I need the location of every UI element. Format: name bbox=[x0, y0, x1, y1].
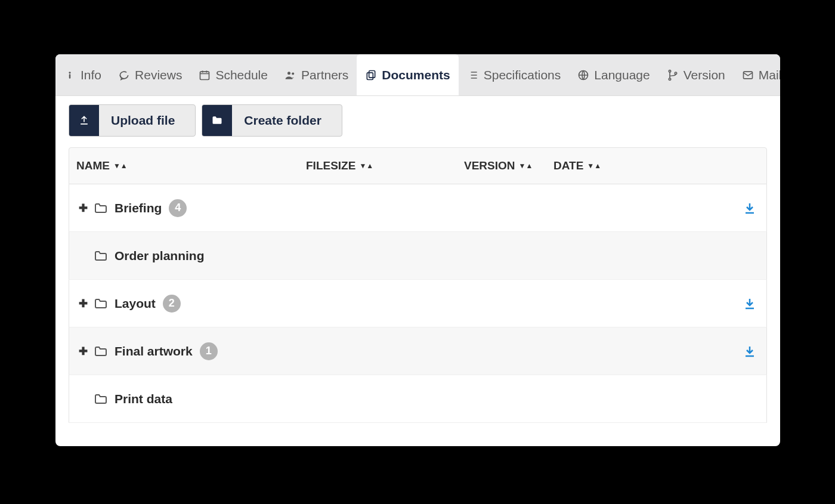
sort-arrows-icon: ▼▲ bbox=[587, 162, 601, 170]
documents-panel: Info Reviews Schedule Partners Documents… bbox=[55, 54, 780, 446]
calendar-icon bbox=[199, 69, 211, 81]
tab-label: Mails bbox=[759, 68, 780, 82]
list-icon bbox=[467, 69, 479, 81]
folder-name: Order planning bbox=[115, 249, 205, 263]
expand-icon[interactable]: ✚ bbox=[76, 345, 89, 358]
column-label: FILESIZE bbox=[306, 159, 355, 172]
tab-label: Documents bbox=[382, 68, 450, 82]
tab-specifications[interactable]: Specifications bbox=[459, 54, 570, 95]
tab-bar: Info Reviews Schedule Partners Documents… bbox=[55, 54, 780, 96]
toolbar: Upload file Create folder bbox=[55, 96, 780, 147]
download-button[interactable] bbox=[743, 296, 759, 311]
svg-rect-5 bbox=[369, 70, 375, 78]
folder-icon bbox=[92, 296, 110, 311]
mail-icon bbox=[742, 69, 754, 81]
sort-arrows-icon: ▼▲ bbox=[359, 162, 373, 170]
download-button[interactable] bbox=[743, 201, 759, 215]
copy-icon bbox=[365, 69, 377, 81]
sort-arrows-icon: ▼▲ bbox=[519, 162, 533, 170]
svg-rect-6 bbox=[367, 72, 373, 79]
create-folder-label: Create folder bbox=[232, 105, 342, 136]
upload-file-button[interactable]: Upload file bbox=[69, 104, 196, 137]
tab-documents[interactable]: Documents bbox=[357, 54, 458, 95]
expand-icon[interactable]: ✚ bbox=[76, 202, 89, 215]
svg-point-10 bbox=[675, 72, 676, 74]
svg-rect-2 bbox=[200, 72, 209, 79]
folder-name: Print data bbox=[115, 392, 172, 406]
tab-label: Reviews bbox=[135, 68, 182, 82]
tab-label: Info bbox=[81, 68, 101, 82]
column-header-name[interactable]: NAME ▼▲ bbox=[76, 159, 306, 172]
svg-point-9 bbox=[669, 78, 670, 80]
tab-label: Schedule bbox=[215, 68, 268, 82]
table-row[interactable]: Order planning bbox=[69, 232, 767, 280]
globe-icon bbox=[577, 69, 589, 81]
tab-info[interactable]: Info bbox=[55, 54, 110, 95]
folder-name: Final artwork bbox=[115, 344, 193, 358]
count-badge: 2 bbox=[163, 295, 181, 313]
column-header-version[interactable]: VERSION ▼▲ bbox=[464, 159, 553, 172]
tab-reviews[interactable]: Reviews bbox=[110, 54, 190, 95]
tab-mails[interactable]: Mails bbox=[734, 54, 780, 95]
tab-label: Specifications bbox=[484, 68, 561, 82]
folder-icon bbox=[92, 249, 110, 263]
tab-label: Version bbox=[684, 68, 725, 82]
count-badge: 1 bbox=[200, 342, 218, 360]
column-header-filesize[interactable]: FILESIZE ▼▲ bbox=[306, 159, 464, 172]
folder-name: Layout bbox=[115, 296, 156, 311]
column-label: DATE bbox=[553, 159, 583, 172]
svg-point-0 bbox=[69, 72, 70, 73]
column-label: VERSION bbox=[464, 159, 515, 172]
users-icon bbox=[284, 69, 296, 81]
documents-table: NAME ▼▲ FILESIZE ▼▲ VERSION ▼▲ DATE ▼▲ ✚… bbox=[55, 147, 780, 423]
folder-icon bbox=[92, 344, 110, 358]
table-header: NAME ▼▲ FILESIZE ▼▲ VERSION ▼▲ DATE ▼▲ bbox=[69, 147, 767, 184]
create-folder-button[interactable]: Create folder bbox=[202, 104, 342, 137]
column-header-date[interactable]: DATE ▼▲ bbox=[553, 159, 673, 172]
tab-language[interactable]: Language bbox=[569, 54, 658, 95]
folder-name: Briefing bbox=[115, 201, 162, 215]
svg-point-3 bbox=[287, 72, 290, 75]
column-label: NAME bbox=[76, 159, 110, 172]
svg-point-8 bbox=[669, 70, 670, 72]
tab-label: Language bbox=[594, 68, 650, 82]
chat-icon bbox=[118, 69, 130, 81]
upload-file-label: Upload file bbox=[99, 105, 195, 136]
tab-partners[interactable]: Partners bbox=[276, 54, 357, 95]
svg-point-4 bbox=[292, 72, 294, 75]
table-row[interactable]: ✚Layout2 bbox=[69, 280, 767, 327]
table-row[interactable]: ✚Briefing4 bbox=[69, 184, 767, 232]
table-row[interactable]: Print data bbox=[69, 375, 767, 423]
tab-label: Partners bbox=[301, 68, 348, 82]
upload-icon bbox=[69, 105, 99, 136]
folder-icon bbox=[92, 201, 110, 215]
sort-arrows-icon: ▼▲ bbox=[113, 162, 128, 170]
count-badge: 4 bbox=[169, 199, 187, 217]
tab-version[interactable]: Version bbox=[658, 54, 734, 95]
download-button[interactable] bbox=[743, 344, 759, 358]
info-icon bbox=[64, 69, 76, 81]
expand-icon[interactable]: ✚ bbox=[76, 297, 89, 310]
folder-icon bbox=[202, 105, 232, 136]
folder-icon bbox=[92, 392, 110, 406]
table-row[interactable]: ✚Final artwork1 bbox=[69, 327, 767, 375]
branch-icon bbox=[667, 69, 679, 81]
tab-schedule[interactable]: Schedule bbox=[190, 54, 276, 95]
svg-rect-1 bbox=[69, 74, 71, 78]
